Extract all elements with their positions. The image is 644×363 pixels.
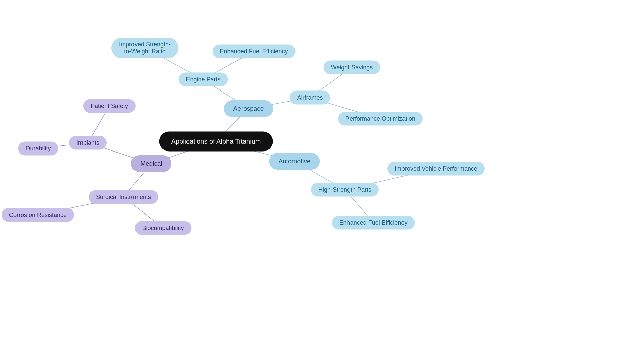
weight-savings-node: Weight Savings	[324, 61, 380, 74]
center-node: Applications of Alpha Titanium	[159, 132, 273, 152]
improved-vehicle-perf-node: Improved Vehicle Performance	[387, 162, 485, 176]
enhanced-fuel-auto-node: Enhanced Fuel Efficiency	[332, 216, 415, 230]
airframes-node: Airframes	[289, 91, 330, 105]
biocompatibility-node: Biocompatibility	[135, 221, 191, 235]
improved-strength-node: Improved Strength-to-Weight Ratio	[111, 38, 178, 58]
high-strength-parts-node: High-Strength Parts	[311, 183, 379, 197]
performance-opt-node: Performance Optimization	[338, 112, 423, 126]
implants-node: Implants	[69, 136, 107, 150]
patient-safety-node: Patient Safety	[83, 99, 136, 113]
aerospace-node: Aerospace	[224, 100, 273, 117]
durability-node: Durability	[18, 142, 58, 156]
automotive-node: Automotive	[269, 153, 320, 170]
corrosion-resistance-node: Corrosion Resistance	[2, 208, 74, 222]
medical-node: Medical	[131, 155, 171, 172]
engine-parts-node: Engine Parts	[178, 73, 228, 86]
enhanced-fuel-aero-node: Enhanced Fuel Efficiency	[213, 45, 296, 58]
surgical-instruments-node: Surgical Instruments	[89, 190, 158, 204]
